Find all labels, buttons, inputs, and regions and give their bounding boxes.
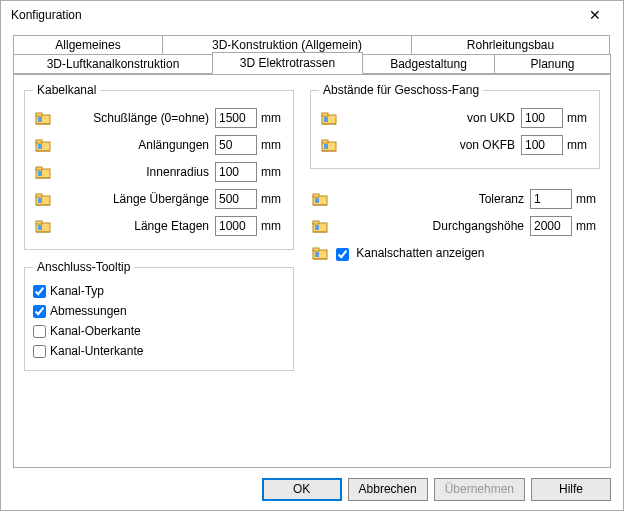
titlebar: Konfiguration ✕	[1, 1, 623, 29]
row-durchgangshoehe: Durchgangshöhe mm	[310, 214, 600, 238]
label-kanalschatten: Kanalschatten anzeigen	[356, 246, 484, 260]
row-etagen: Länge Etagen mm	[33, 214, 285, 238]
unit-uebergaenge: mm	[257, 192, 285, 206]
tab-row-2: 3D-Luftkanalkonstruktion 3D Elektrotrass…	[13, 54, 611, 74]
row-kanalschatten: Kanalschatten anzeigen	[310, 241, 600, 265]
label-toleranz: Toleranz	[330, 192, 530, 206]
label-abmessungen: Abmessungen	[50, 304, 127, 318]
label-anlaengungen: Anlängungen	[53, 138, 215, 152]
check-abmessungen[interactable]	[33, 305, 46, 318]
input-ukd[interactable]	[521, 108, 563, 128]
row-okfb: von OKFB mm	[319, 133, 591, 157]
input-etagen[interactable]	[215, 216, 257, 236]
label-unterkante: Kanal-Unterkante	[50, 344, 143, 358]
label-okfb: von OKFB	[339, 138, 521, 152]
folder-icon[interactable]	[319, 110, 339, 126]
folder-icon[interactable]	[310, 218, 330, 234]
row-schusslaenge: Schußlänge (0=ohne) mm	[33, 106, 285, 130]
unit-anlaengungen: mm	[257, 138, 285, 152]
unit-schusslaenge: mm	[257, 111, 285, 125]
folder-icon[interactable]	[319, 137, 339, 153]
row-uebergaenge: Länge Übergänge mm	[33, 187, 285, 211]
row-oberkante: Kanal-Oberkante	[33, 322, 285, 340]
row-abmessungen: Abmessungen	[33, 302, 285, 320]
input-anlaengungen[interactable]	[215, 135, 257, 155]
row-ukd: von UKD mm	[319, 106, 591, 130]
label-innenradius: Innenradius	[53, 165, 215, 179]
label-uebergaenge: Länge Übergänge	[53, 192, 215, 206]
row-anlaengungen: Anlängungen mm	[33, 133, 285, 157]
input-okfb[interactable]	[521, 135, 563, 155]
row-unterkante: Kanal-Unterkante	[33, 342, 285, 360]
input-schusslaenge[interactable]	[215, 108, 257, 128]
button-bar: OK Abbrechen Übernehmen Hilfe	[1, 468, 623, 510]
label-etagen: Länge Etagen	[53, 219, 215, 233]
unit-toleranz: mm	[572, 192, 600, 206]
tab-panel: Kabelkanal Schußlänge (0=ohne) mm Anläng…	[13, 74, 611, 468]
input-uebergaenge[interactable]	[215, 189, 257, 209]
window-title: Konfiguration	[11, 8, 575, 22]
group-tooltip: Anschluss-Tooltip Kanal-Typ Abmessungen	[24, 260, 294, 371]
unit-okfb: mm	[563, 138, 591, 152]
label-ukd: von UKD	[339, 111, 521, 125]
input-toleranz[interactable]	[530, 189, 572, 209]
apply-button[interactable]: Übernehmen	[434, 478, 525, 501]
row-innenradius: Innenradius mm	[33, 160, 285, 184]
content-area: Allgemeines 3D-Konstruktion (Allgemein) …	[1, 29, 623, 468]
label-kanaltyp: Kanal-Typ	[50, 284, 104, 298]
close-button[interactable]: ✕	[575, 1, 615, 29]
help-button[interactable]: Hilfe	[531, 478, 611, 501]
folder-icon[interactable]	[33, 164, 53, 180]
tab-allgemeines[interactable]: Allgemeines	[13, 35, 163, 55]
label-durchgangshoehe: Durchgangshöhe	[330, 219, 530, 233]
unit-durchgangshoehe: mm	[572, 219, 600, 233]
unit-etagen: mm	[257, 219, 285, 233]
row-kanaltyp: Kanal-Typ	[33, 282, 285, 300]
folder-icon[interactable]	[310, 245, 330, 261]
input-innenradius[interactable]	[215, 162, 257, 182]
check-kanaltyp[interactable]	[33, 285, 46, 298]
group-kabelkanal: Kabelkanal Schußlänge (0=ohne) mm Anläng…	[24, 83, 294, 250]
folder-icon[interactable]	[33, 110, 53, 126]
tab-3d-elektrotrassen[interactable]: 3D Elektrotrassen	[212, 52, 363, 74]
folder-icon[interactable]	[33, 137, 53, 153]
ok-button[interactable]: OK	[262, 478, 342, 501]
tab-badgestaltung[interactable]: Badgestaltung	[362, 54, 495, 74]
tabs: Allgemeines 3D-Konstruktion (Allgemein) …	[13, 35, 611, 468]
legend-abstaende: Abstände für Geschoss-Fang	[319, 83, 483, 97]
check-unterkante[interactable]	[33, 345, 46, 358]
folder-icon[interactable]	[33, 191, 53, 207]
cancel-button[interactable]: Abbrechen	[348, 478, 428, 501]
legend-tooltip: Anschluss-Tooltip	[33, 260, 134, 274]
config-dialog: Konfiguration ✕ Allgemeines 3D-Konstrukt…	[0, 0, 624, 511]
folder-icon[interactable]	[33, 218, 53, 234]
check-kanalschatten[interactable]	[336, 248, 349, 261]
check-oberkante[interactable]	[33, 325, 46, 338]
label-schusslaenge: Schußlänge (0=ohne)	[53, 111, 215, 125]
legend-kabelkanal: Kabelkanal	[33, 83, 100, 97]
unit-innenradius: mm	[257, 165, 285, 179]
row-toleranz: Toleranz mm	[310, 187, 600, 211]
input-durchgangshoehe[interactable]	[530, 216, 572, 236]
tab-3d-luftkanal[interactable]: 3D-Luftkanalkonstruktion	[13, 54, 213, 74]
tab-rohrleitungsbau[interactable]: Rohrleitungsbau	[411, 35, 610, 55]
folder-icon[interactable]	[310, 191, 330, 207]
unit-ukd: mm	[563, 111, 591, 125]
label-oberkante: Kanal-Oberkante	[50, 324, 141, 338]
tab-planung[interactable]: Planung	[494, 54, 611, 74]
group-abstaende: Abstände für Geschoss-Fang von UKD mm vo…	[310, 83, 600, 169]
